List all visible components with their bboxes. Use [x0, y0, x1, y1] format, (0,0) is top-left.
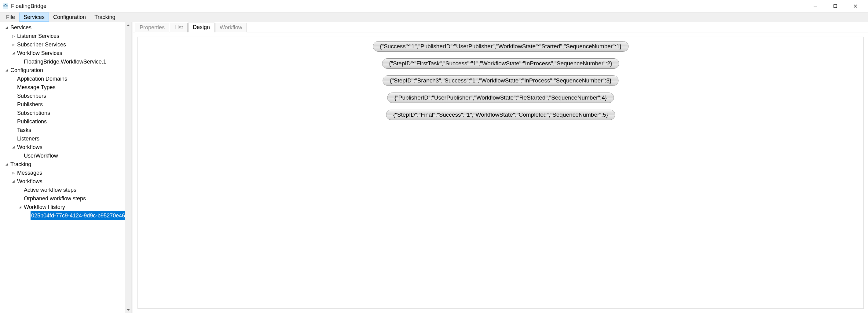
- menu-item-services[interactable]: Services: [19, 12, 49, 22]
- tree-node[interactable]: Subscribers: [0, 92, 131, 100]
- menubar: FileServicesConfigurationTracking: [0, 12, 868, 22]
- tree-node[interactable]: Orphaned workflow steps: [0, 194, 131, 203]
- tree-node[interactable]: Listeners: [0, 134, 131, 143]
- tree-node[interactable]: Services: [0, 23, 131, 32]
- tab-properties[interactable]: Properties: [135, 23, 169, 32]
- chevron-down-icon[interactable]: [4, 162, 9, 167]
- tree-node[interactable]: Message Types: [0, 83, 131, 92]
- tree-view[interactable]: ServicesListener ServicesSubscriber Serv…: [0, 22, 131, 221]
- tree-node-label: Subscribers: [17, 92, 46, 100]
- content-pane: PropertiesListDesignWorkflow {"Success":…: [133, 22, 868, 313]
- tree-node[interactable]: Workflow History: [0, 203, 131, 211]
- tree-node-label: Listener Services: [17, 32, 59, 40]
- chevron-right-icon[interactable]: [11, 42, 16, 47]
- menu-item-label: Tracking: [94, 14, 115, 21]
- tree-node[interactable]: Tasks: [0, 126, 131, 134]
- tree-node-label: Tracking: [10, 160, 31, 168]
- tab-list[interactable]: List: [170, 23, 188, 32]
- tree-node-label: Workflow History: [24, 203, 65, 211]
- workflow-step-node[interactable]: {"PublisherID":"UserPublisher","Workflow…: [388, 93, 614, 103]
- tree-node-label: Workflows: [17, 143, 42, 152]
- tree-node-label: Workflow Services: [17, 49, 62, 57]
- workflow-step-column: {"Success":"1","PublisherID":"UserPublis…: [373, 41, 628, 120]
- tree-node-label: Workflows: [17, 177, 42, 186]
- tree-node-label: Application Domains: [17, 74, 67, 83]
- tree-node[interactable]: 025b04fd-77c9-4124-9d9c-b95270e46d80: [0, 211, 131, 220]
- tab-body: {"Success":"1","PublisherID":"UserPublis…: [133, 32, 868, 313]
- tree-node[interactable]: Listener Services: [0, 32, 131, 40]
- tree-node[interactable]: Workflow Services: [0, 49, 131, 57]
- tree-node[interactable]: FloatingBridge.WorkflowService.1: [0, 57, 131, 66]
- tree-node-label: Message Types: [17, 83, 56, 92]
- svg-rect-2: [834, 5, 837, 8]
- tree-node[interactable]: Configuration: [0, 66, 131, 74]
- tree-node-label: Publications: [17, 117, 47, 126]
- tree-node[interactable]: Subscriptions: [0, 109, 131, 117]
- chevron-down-icon[interactable]: [11, 179, 16, 184]
- tab-workflow[interactable]: Workflow: [215, 23, 247, 32]
- workflow-step-node[interactable]: {"StepID":"Branch3","Success":"1","Workf…: [383, 75, 619, 86]
- menu-item-configuration[interactable]: Configuration: [49, 12, 90, 22]
- tab-label: Properties: [140, 25, 165, 31]
- titlebar: FloatingBridge: [0, 0, 868, 12]
- menu-item-label: Configuration: [53, 14, 86, 21]
- tree-node-label: Services: [10, 23, 31, 32]
- main-layout: ServicesListener ServicesSubscriber Serv…: [0, 22, 868, 313]
- menu-item-file[interactable]: File: [2, 12, 19, 22]
- chevron-down-icon[interactable]: [11, 51, 16, 56]
- tree-node[interactable]: Publications: [0, 117, 131, 126]
- design-canvas[interactable]: {"Success":"1","PublisherID":"UserPublis…: [137, 37, 864, 309]
- scroll-down-icon[interactable]: ⏷: [125, 307, 131, 313]
- tree-node-label: Orphaned workflow steps: [24, 194, 86, 203]
- tree-node[interactable]: Active workflow steps: [0, 186, 131, 194]
- tree-node[interactable]: Application Domains: [0, 74, 131, 83]
- tree-node[interactable]: Subscriber Services: [0, 40, 131, 49]
- chevron-down-icon[interactable]: [18, 205, 23, 210]
- scrollbar-vertical[interactable]: ⏶ ⏷: [125, 22, 131, 313]
- tree-node[interactable]: Workflows: [0, 177, 131, 186]
- workflow-step-node[interactable]: {"Success":"1","PublisherID":"UserPublis…: [373, 41, 628, 52]
- tree-node[interactable]: Messages: [0, 168, 131, 177]
- close-button[interactable]: [845, 0, 866, 12]
- tree-node-label: Subscriptions: [17, 109, 50, 117]
- minimize-button[interactable]: [805, 0, 825, 12]
- app-icon: [2, 3, 8, 9]
- workflow-step-node[interactable]: {"StepID":"FirstTask","Success":"1","Wor…: [382, 58, 619, 69]
- tree-node-label: Active workflow steps: [24, 186, 76, 194]
- chevron-right-icon[interactable]: [11, 34, 16, 38]
- maximize-button[interactable]: [825, 0, 845, 12]
- tree-node-label: FloatingBridge.WorkflowService.1: [24, 57, 106, 66]
- menu-item-tracking[interactable]: Tracking: [90, 12, 120, 22]
- menu-item-label: File: [6, 14, 15, 21]
- menu-item-label: Services: [24, 14, 44, 21]
- tree-node-label: Configuration: [10, 66, 43, 74]
- tab-design[interactable]: Design: [188, 23, 215, 32]
- tree-node-label: UserWorkflow: [24, 152, 58, 160]
- scroll-up-icon[interactable]: ⏶: [125, 22, 131, 28]
- tree-node[interactable]: Publishers: [0, 100, 131, 109]
- tree-node-label: Subscriber Services: [17, 40, 66, 49]
- tree-node-label: Messages: [17, 168, 42, 177]
- tree-node-label: 025b04fd-77c9-4124-9d9c-b95270e46d80: [31, 211, 131, 220]
- tab-label: List: [175, 25, 183, 31]
- chevron-right-icon[interactable]: [11, 170, 16, 175]
- window-title: FloatingBridge: [11, 3, 46, 9]
- chevron-down-icon[interactable]: [4, 25, 9, 30]
- tree-node[interactable]: UserWorkflow: [0, 152, 131, 160]
- chevron-down-icon[interactable]: [4, 68, 9, 73]
- tab-label: Design: [193, 24, 210, 30]
- tab-label: Workflow: [220, 25, 242, 31]
- tab-strip: PropertiesListDesignWorkflow: [133, 22, 868, 32]
- chevron-down-icon[interactable]: [11, 145, 16, 150]
- tree-node-label: Publishers: [17, 100, 43, 109]
- tree-node[interactable]: Workflows: [0, 143, 131, 152]
- tree-node-label: Listeners: [17, 134, 39, 143]
- workflow-step-node[interactable]: {"StepID":"Final","Success":"1","Workflo…: [386, 109, 615, 120]
- tree-node[interactable]: Tracking: [0, 160, 131, 168]
- sidebar: ServicesListener ServicesSubscriber Serv…: [0, 22, 131, 313]
- tree-node-label: Tasks: [17, 126, 31, 134]
